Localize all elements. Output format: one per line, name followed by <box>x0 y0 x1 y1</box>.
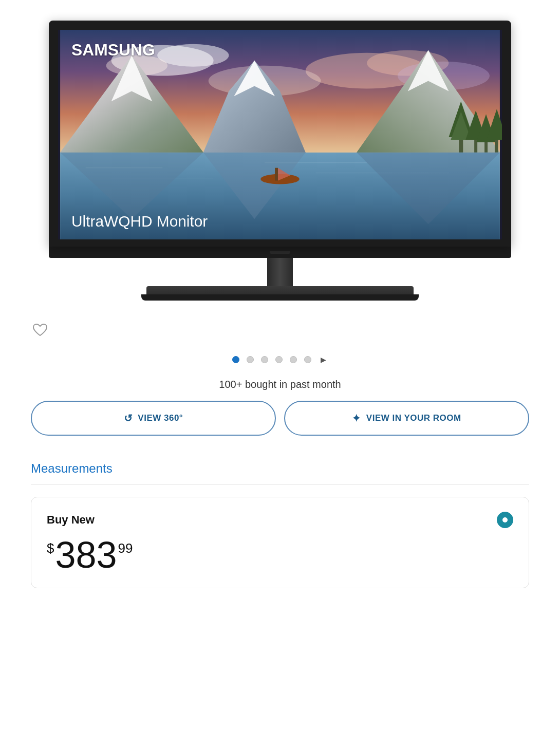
carousel-next-button[interactable]: ▶ <box>319 355 328 364</box>
buy-new-header: Buy New <box>47 512 513 528</box>
product-image-area: SAMSUNG UltraWQHD Monitor <box>0 0 560 311</box>
wishlist-button[interactable] <box>31 321 49 340</box>
wishlist-area <box>0 311 560 350</box>
monitor-stand-base <box>146 286 414 301</box>
social-proof-badge: 100+ bought in past month <box>0 375 560 401</box>
monitor-center-indicator <box>270 251 290 254</box>
price-display: $ 383 99 <box>47 536 513 573</box>
measurements-section: Measurements <box>0 451 560 484</box>
price-cents: 99 <box>118 540 133 556</box>
svg-rect-36 <box>275 168 278 181</box>
carousel-dot-2[interactable] <box>247 356 254 363</box>
price-dollar-sign: $ <box>47 540 54 556</box>
svg-text:SAMSUNG: SAMSUNG <box>71 41 155 59</box>
monitor-stand-neck <box>267 258 293 286</box>
carousel-dot-3[interactable] <box>261 356 268 363</box>
landscape-scene: SAMSUNG UltraWQHD Monitor <box>58 30 502 239</box>
action-buttons-row: ↺ VIEW 360° ✦ VIEW IN YOUR ROOM <box>0 401 560 451</box>
view-360-icon: ↺ <box>124 412 133 424</box>
svg-point-2 <box>157 44 229 67</box>
buy-new-label: Buy New <box>47 513 95 527</box>
monitor-screen: SAMSUNG UltraWQHD Monitor <box>49 21 511 247</box>
buy-new-card: Buy New $ 383 99 <box>31 497 529 588</box>
view-in-room-label: VIEW IN YOUR ROOM <box>366 413 461 423</box>
price-main: 383 <box>55 536 117 573</box>
carousel-navigation: ▶ <box>0 350 560 375</box>
view-360-button[interactable]: ↺ VIEW 360° <box>31 401 276 436</box>
carousel-dot-4[interactable] <box>275 356 283 363</box>
measurements-title: Measurements <box>31 461 529 484</box>
carousel-dot-5[interactable] <box>290 356 297 363</box>
svg-text:UltraWQHD Monitor: UltraWQHD Monitor <box>71 213 208 230</box>
monitor-bottom-bar <box>49 247 511 258</box>
carousel-dot-1[interactable] <box>232 356 239 363</box>
buy-new-radio[interactable] <box>497 512 513 528</box>
view-360-label: VIEW 360° <box>138 413 183 423</box>
section-divider <box>31 484 529 484</box>
view-in-room-button[interactable]: ✦ VIEW IN YOUR ROOM <box>284 401 529 436</box>
carousel-dot-6[interactable] <box>304 356 311 363</box>
monitor-product-image: SAMSUNG UltraWQHD Monitor <box>49 21 511 301</box>
ar-icon: ✦ <box>352 412 361 424</box>
